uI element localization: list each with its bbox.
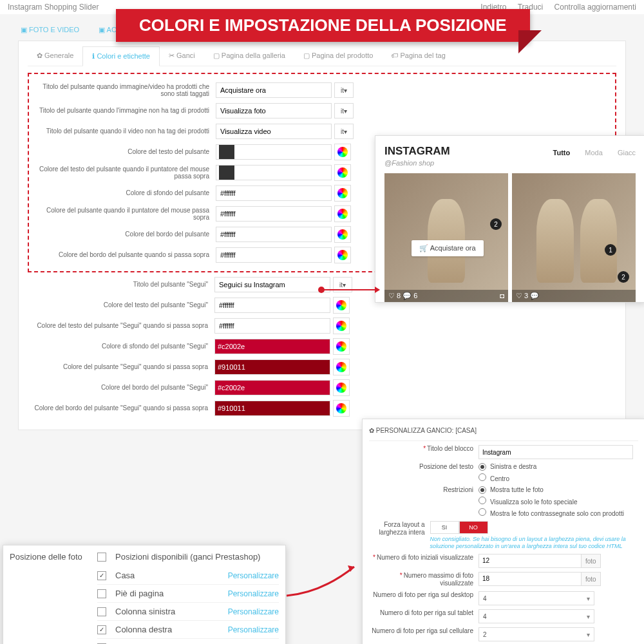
label: Colore del bordo del pulsante "Segui" [28, 384, 214, 392]
input-color[interactable] [214, 298, 330, 313]
filter-moda[interactable]: Moda [585, 149, 603, 156]
color-picker-icon[interactable] [333, 400, 350, 417]
input-color[interactable] [216, 185, 332, 201]
input-color[interactable] [214, 318, 330, 334]
color-picker-icon[interactable] [334, 144, 351, 160]
position-item[interactable]: Gancio personalizzatoPersonalizzare [97, 639, 279, 644]
radio[interactable] [478, 463, 486, 471]
label: Colore di sfondo del pulsante "Segui" [28, 343, 214, 350]
input-button-title-tagged[interactable] [216, 82, 332, 98]
connector-arrow [321, 289, 379, 290]
customize-link[interactable]: Personalizzare [228, 589, 279, 598]
select-desktop[interactable]: 4 [478, 591, 594, 605]
lang-select[interactable]: it▾ [334, 82, 354, 98]
select-tablet[interactable]: 4 [478, 609, 594, 623]
position-item[interactable]: ✓CasaPersonalizzare [97, 567, 279, 585]
color-swatch[interactable]: #910011 [214, 359, 330, 375]
position-title: Posizione delle foto [10, 552, 97, 562]
customize-link[interactable]: Personalizzare [228, 571, 279, 580]
block-title-input[interactable] [478, 445, 633, 459]
input-follow-title[interactable] [214, 277, 330, 292]
label: Titolo del pulsante quando l'immagine no… [29, 107, 216, 115]
color-swatch[interactable]: #c2002e [214, 339, 330, 354]
thumb-1[interactable]: 2 🛒 Acquistare ora ♡ 8 💬 6 ◘ [384, 173, 508, 302]
radio[interactable] [478, 497, 486, 504]
color-picker-icon[interactable] [333, 317, 350, 334]
filter-all[interactable]: Tutto [553, 149, 571, 156]
checkbox[interactable] [97, 589, 106, 598]
toolbar-photo-video[interactable]: ▣ FOTO E VIDEO [21, 26, 79, 34]
tab-tag-page[interactable]: 🏷 Pagina del tag [382, 46, 454, 66]
color-picker-icon[interactable] [333, 338, 350, 355]
hotspot-badge[interactable]: 2 [618, 271, 629, 283]
label: Colore del bordo del pulsante "Segui" qu… [28, 404, 214, 412]
customize-link[interactable]: Personalizzare [228, 625, 279, 634]
tab-colors-labels[interactable]: ℹ Colori e etichette [82, 46, 160, 66]
input-color[interactable] [216, 247, 332, 263]
input-color[interactable] [216, 227, 332, 242]
customize-header: ✿ PERSONALIZZA GANCIO: [CASA] [369, 424, 638, 441]
color-picker-icon[interactable] [334, 164, 351, 181]
preview-filters: Tutto Moda Giacc [553, 149, 636, 156]
buy-button[interactable]: 🛒 Acquistare ora [412, 240, 483, 256]
input-color[interactable] [216, 206, 332, 222]
checkbox[interactable]: ✓ [97, 625, 106, 634]
input-button-title-notag-img[interactable] [216, 103, 332, 118]
module-title: Instagram Shopping Slider [8, 3, 99, 12]
label: Titolo del pulsante quando il video non … [29, 128, 216, 135]
position-item[interactable]: Piè di paginaPersonalizzare [97, 585, 279, 603]
lang-select[interactable]: it▾ [334, 124, 354, 139]
radio[interactable] [478, 486, 486, 494]
updates-link[interactable]: Controlla aggiornamenti [554, 3, 636, 12]
tab-hooks[interactable]: ✂ Ganci [160, 46, 204, 66]
select-mobile[interactable]: 2 [478, 627, 594, 641]
label: Colore del bordo del pulsante quando si … [29, 251, 216, 259]
position-panel: Posizione delle foto Posizioni disponibi… [3, 545, 286, 644]
color-swatch[interactable]: #333333 [216, 165, 332, 180]
thumb-footer: ♡ 8 💬 6 [384, 290, 508, 302]
preview-account: @Fashion shop [384, 159, 636, 167]
hotspot-badge[interactable]: 1 [605, 244, 616, 256]
color-picker-icon[interactable] [333, 359, 350, 375]
tab-general[interactable]: ✿ Generale [28, 46, 82, 66]
label: Titolo del pulsante quando immagine/vide… [29, 83, 216, 98]
instagram-preview: INSTAGRAM @Fashion shop Tutto Moda Giacc… [375, 135, 644, 303]
checkbox[interactable]: ✓ [97, 571, 106, 580]
label: Colore del testo del pulsante quando il … [29, 166, 216, 180]
max-photos-input[interactable] [478, 572, 582, 586]
position-item[interactable]: ✓Colonna destraPersonalizzare [97, 621, 279, 639]
lang-select[interactable]: it▾ [334, 103, 354, 118]
color-picker-icon[interactable] [334, 185, 351, 202]
color-picker-icon[interactable] [334, 205, 351, 222]
label: Titolo del pulsante "Segui" [28, 281, 214, 289]
color-swatch[interactable]: #910011 [214, 401, 330, 416]
tab-gallery-page[interactable]: ▢ Pagina della galleria [204, 46, 294, 66]
promo-banner: COLORI E IMPOSTAZIONE DELLA POSIZIONE [116, 9, 530, 42]
color-picker-icon[interactable] [334, 247, 351, 263]
label: Colore del pulsante "Segui" quando si pa… [28, 363, 214, 371]
input-button-title-notag-video[interactable] [216, 124, 332, 139]
position-item[interactable]: Colonna sinistraPersonalizzare [97, 603, 279, 621]
checkbox[interactable] [97, 607, 106, 616]
customize-link[interactable]: Personalizzare [228, 607, 279, 616]
filter-giacc[interactable]: Giacc [618, 149, 636, 156]
customize-hook-panel: ✿ PERSONALIZZA GANCIO: [CASA] *Titolo de… [362, 419, 644, 644]
radio[interactable] [478, 473, 486, 481]
instagram-icon: ◘ [500, 292, 504, 299]
color-swatch[interactable]: #333333 [216, 144, 332, 160]
color-picker-icon[interactable] [334, 226, 351, 243]
color-picker-icon[interactable] [333, 297, 350, 314]
radio[interactable] [478, 508, 486, 516]
tab-product-page[interactable]: ▢ Pagina del prodotto [294, 46, 382, 66]
label: Colore del testo del pulsante "Segui" qu… [28, 322, 214, 330]
color-picker-icon[interactable] [333, 379, 350, 396]
initial-photos-input[interactable] [478, 554, 582, 568]
thumb-2[interactable]: 1 2 ♡ 3 💬 [512, 173, 636, 302]
label: Colore di sfondo del pulsante [29, 189, 216, 197]
curved-arrow [283, 560, 361, 599]
color-swatch[interactable]: #c2002e [214, 380, 330, 395]
toggle-fullwidth[interactable]: SINO [430, 521, 488, 534]
checkbox[interactable] [97, 553, 106, 562]
hotspot-badge[interactable]: 2 [490, 218, 502, 230]
label: Colore del testo del pulsante "Segui" [28, 301, 214, 309]
